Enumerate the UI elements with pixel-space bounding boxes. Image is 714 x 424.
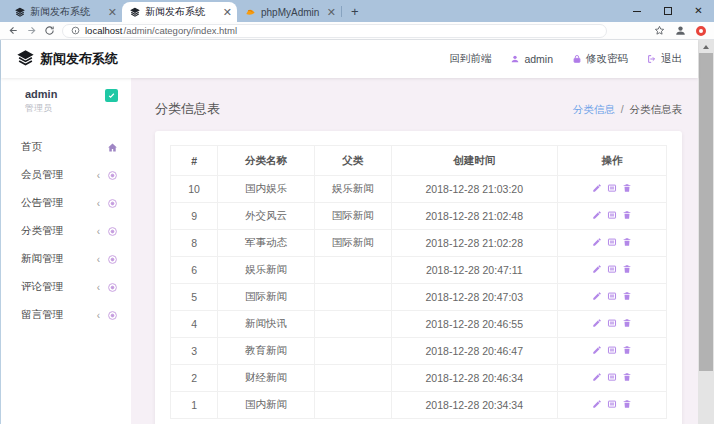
nav-label: 回到前端	[449, 52, 491, 66]
tab-close-icon[interactable]: ✕	[327, 7, 336, 18]
cell-name: 国际新闻	[218, 284, 315, 311]
cell-parent	[314, 365, 391, 392]
page-scrollbar[interactable]	[698, 40, 714, 424]
cell-parent: 国际新闻	[314, 203, 391, 230]
sidebar-item-home[interactable]: 首页	[1, 133, 131, 161]
detail-icon[interactable]	[607, 345, 617, 355]
delete-icon[interactable]	[622, 237, 632, 247]
cell-actions	[557, 203, 666, 230]
col-header-parent: 父类	[314, 146, 391, 176]
edit-icon[interactable]	[592, 237, 602, 247]
tab-close-icon[interactable]: ✕	[223, 7, 232, 18]
detail-icon[interactable]	[607, 372, 617, 382]
cell-name: 国内娱乐	[218, 176, 315, 203]
tab-title: 新闻发布系统	[30, 5, 105, 19]
edit-icon[interactable]	[592, 264, 602, 274]
cell-parent	[314, 392, 391, 419]
bookmark-star-icon[interactable]	[654, 25, 665, 36]
profile-avatar-icon[interactable]	[674, 24, 687, 37]
nav-change-password[interactable]: 修改密码	[572, 52, 628, 66]
breadcrumb-link[interactable]: 分类信息	[573, 103, 615, 115]
cell-id: 8	[171, 230, 218, 257]
table-card: # 分类名称 父类 创建时间 操作 10 国内娱乐	[155, 131, 682, 424]
edit-icon[interactable]	[592, 210, 602, 220]
tab-title: phpMyAdmin	[261, 7, 324, 18]
nav-logout[interactable]: 退出	[647, 52, 682, 66]
cell-created: 2018-12-28 20:46:47	[391, 338, 557, 365]
nav-back-to-frontend[interactable]: 回到前端	[449, 52, 491, 66]
browser-window: 新闻发布系统 ✕ 新闻发布系统 ✕ phpMyAdmin ✕ + ✕	[0, 0, 714, 424]
cell-id: 2	[171, 365, 218, 392]
cell-parent: 娱乐新闻	[314, 176, 391, 203]
sidebar-item[interactable]: 留言管理 ‹	[1, 301, 131, 329]
col-header-id: #	[171, 146, 218, 176]
reload-icon[interactable]	[44, 25, 55, 36]
delete-icon[interactable]	[622, 399, 632, 409]
chevron-left-icon: ‹	[97, 226, 100, 237]
cell-id: 3	[171, 338, 218, 365]
chevron-left-icon: ‹	[97, 310, 100, 321]
cell-parent	[314, 338, 391, 365]
nav-admin-user[interactable]: admin	[510, 53, 553, 65]
cell-name: 教育新闻	[218, 338, 315, 365]
sidebar: admin 管理员 首页 会员管理 ‹	[1, 78, 131, 424]
detail-icon[interactable]	[607, 291, 617, 301]
layers-favicon-icon	[130, 7, 140, 17]
page-viewport: 新闻发布系统 回到前端 admin 修改密码 退出	[0, 40, 714, 424]
sidebar-item[interactable]: 新闻管理 ‹	[1, 245, 131, 273]
sidebar-item[interactable]: 公告管理 ‹	[1, 189, 131, 217]
sidebar-item[interactable]: 分类管理 ‹	[1, 217, 131, 245]
sidebar-user-name: admin	[25, 88, 117, 100]
detail-icon[interactable]	[607, 318, 617, 328]
cell-parent	[314, 284, 391, 311]
sidebar-item[interactable]: 会员管理 ‹	[1, 161, 131, 189]
browser-menu-badge-icon[interactable]	[696, 26, 706, 36]
detail-icon[interactable]	[607, 399, 617, 409]
page-title: 分类信息表	[155, 100, 220, 118]
edit-icon[interactable]	[592, 345, 602, 355]
tab-phpmyadmin[interactable]: phpMyAdmin ✕	[237, 2, 341, 22]
delete-icon[interactable]	[622, 183, 632, 193]
tab-news-active[interactable]: 新闻发布系统 ✕	[122, 2, 237, 22]
table-row: 5 国际新闻 2018-12-28 20:47:03	[171, 284, 667, 311]
edit-icon[interactable]	[592, 318, 602, 328]
edit-icon[interactable]	[592, 291, 602, 301]
detail-icon[interactable]	[607, 183, 617, 193]
scrollbar-thumb[interactable]	[699, 53, 713, 371]
col-header-actions: 操作	[557, 146, 666, 176]
delete-icon[interactable]	[622, 345, 632, 355]
delete-icon[interactable]	[622, 318, 632, 328]
delete-icon[interactable]	[622, 264, 632, 274]
detail-icon[interactable]	[607, 237, 617, 247]
cell-id: 1	[171, 392, 218, 419]
edit-icon[interactable]	[592, 399, 602, 409]
browser-toolbar: localhost/admin/category/index.html	[0, 22, 714, 40]
back-icon[interactable]	[8, 25, 19, 36]
cell-actions	[557, 392, 666, 419]
cell-id: 6	[171, 257, 218, 284]
nav-label: 修改密码	[586, 52, 628, 66]
tab-close-icon[interactable]: ✕	[108, 7, 117, 18]
table-row: 6 娱乐新闻 2018-12-28 20:47:11	[171, 257, 667, 284]
edit-icon[interactable]	[592, 372, 602, 382]
table-header-row: # 分类名称 父类 创建时间 操作	[171, 146, 667, 176]
delete-icon[interactable]	[622, 291, 632, 301]
minimize-button[interactable]	[621, 0, 652, 22]
url-bar[interactable]: localhost/admin/category/index.html	[62, 24, 607, 38]
edit-icon[interactable]	[592, 183, 602, 193]
new-tab-button[interactable]: +	[351, 5, 359, 18]
close-button[interactable]: ✕	[683, 0, 714, 22]
menu-label: 新闻管理	[21, 252, 97, 266]
sidebar-item[interactable]: 评论管理 ‹	[1, 273, 131, 301]
detail-icon[interactable]	[607, 264, 617, 274]
tab-separator	[341, 6, 342, 17]
url-host: localhost	[85, 25, 123, 36]
site-info-icon[interactable]	[71, 26, 80, 35]
delete-icon[interactable]	[622, 372, 632, 382]
detail-icon[interactable]	[607, 210, 617, 220]
maximize-button[interactable]	[652, 0, 683, 22]
forward-icon[interactable]	[26, 25, 37, 36]
tab-news-inactive[interactable]: 新闻发布系统 ✕	[7, 2, 122, 22]
delete-icon[interactable]	[622, 210, 632, 220]
scrollbar-up-button[interactable]	[698, 40, 714, 53]
